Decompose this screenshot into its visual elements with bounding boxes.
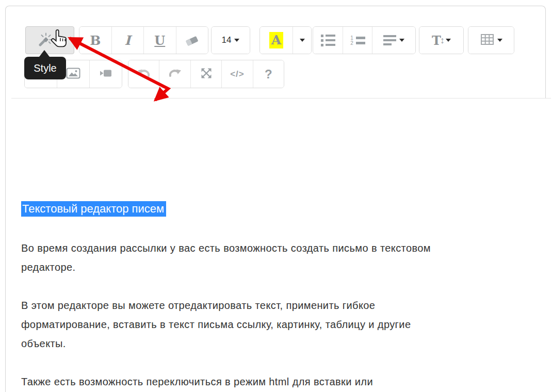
text-color-icon: A bbox=[269, 32, 283, 48]
text-line: Во время создания рассылки у вас есть во… bbox=[21, 239, 431, 258]
ordered-list-icon: 1 2 bbox=[350, 36, 365, 45]
bold-icon: B bbox=[90, 33, 101, 48]
list-align-group: 1 2 bbox=[313, 26, 416, 54]
insert-table-button[interactable] bbox=[468, 27, 514, 54]
undo-icon bbox=[137, 68, 151, 80]
code-view-button[interactable]: </> bbox=[221, 60, 252, 88]
chevron-down-icon bbox=[300, 39, 305, 42]
text-line: форматирование, вставить в текст письма … bbox=[21, 315, 411, 334]
fullscreen-expand-icon bbox=[200, 67, 213, 81]
text-color-button[interactable]: A bbox=[260, 27, 293, 54]
insert-video-button[interactable] bbox=[89, 60, 122, 88]
paragraph: Также есть возможность переключиться в р… bbox=[21, 372, 373, 392]
clear-formatting-button[interactable] bbox=[176, 27, 208, 54]
magic-wand-icon bbox=[38, 32, 53, 48]
underline-icon: U bbox=[154, 33, 165, 48]
text-format-group: B I U bbox=[79, 26, 208, 54]
actions-group: </> ? bbox=[128, 60, 284, 88]
text-line: редакторе. bbox=[21, 258, 431, 277]
italic-button[interactable]: I bbox=[111, 27, 144, 54]
bold-button[interactable]: B bbox=[79, 27, 111, 54]
underline-button[interactable]: U bbox=[143, 27, 176, 54]
text-line: В этом редакторе вы можете отредактирова… bbox=[21, 296, 411, 315]
help-button[interactable]: ? bbox=[253, 60, 284, 88]
text-color-dropdown-button[interactable] bbox=[293, 27, 311, 54]
unordered-list-icon bbox=[321, 35, 335, 46]
vertical-arrows-icon: ↕ bbox=[440, 35, 445, 46]
table-group bbox=[468, 26, 514, 54]
style-tooltip: Style bbox=[24, 57, 66, 79]
selected-heading: Текстовый редактор писем bbox=[21, 201, 166, 217]
align-button[interactable] bbox=[372, 27, 415, 54]
redo-button[interactable] bbox=[159, 60, 190, 88]
text-color-group: A bbox=[259, 26, 312, 54]
chevron-down-icon bbox=[497, 39, 502, 42]
italic-icon: I bbox=[124, 33, 131, 48]
eraser-icon bbox=[185, 33, 199, 48]
ordered-list-button[interactable]: 1 2 bbox=[343, 27, 372, 54]
line-height-button[interactable]: T ↕ bbox=[419, 27, 463, 54]
paragraph-style-button[interactable] bbox=[25, 26, 74, 54]
text-line: Также есть возможность переключиться в р… bbox=[21, 372, 373, 391]
chevron-down-icon bbox=[399, 39, 404, 42]
chevron-down-icon bbox=[234, 39, 239, 42]
editor-content-area[interactable]: Текстовый редактор писем Во время создан… bbox=[6, 99, 546, 392]
line-height-group: T ↕ bbox=[419, 26, 464, 54]
unordered-list-button[interactable] bbox=[313, 27, 343, 54]
fullscreen-button[interactable] bbox=[190, 60, 221, 88]
redo-icon bbox=[168, 68, 182, 80]
table-icon bbox=[480, 34, 494, 47]
text-line: объекты. bbox=[21, 334, 411, 353]
video-camera-icon bbox=[99, 69, 112, 79]
chevron-down-icon bbox=[57, 39, 62, 42]
align-left-icon bbox=[383, 35, 396, 45]
rich-text-editor: B I U 14 A bbox=[5, 6, 546, 392]
paragraph: В этом редакторе вы можете отредактирова… bbox=[21, 296, 411, 353]
help-icon: ? bbox=[265, 67, 272, 81]
font-size-group: 14 bbox=[211, 26, 250, 54]
code-icon: </> bbox=[230, 69, 245, 79]
tooltip-pointer bbox=[39, 50, 50, 57]
font-size-button[interactable]: 14 bbox=[212, 27, 250, 54]
image-icon bbox=[66, 67, 80, 81]
undo-button[interactable] bbox=[128, 60, 159, 88]
paragraph: Во время создания рассылки у вас есть во… bbox=[21, 239, 431, 277]
chevron-down-icon bbox=[446, 39, 451, 42]
font-size-value: 14 bbox=[222, 35, 232, 45]
